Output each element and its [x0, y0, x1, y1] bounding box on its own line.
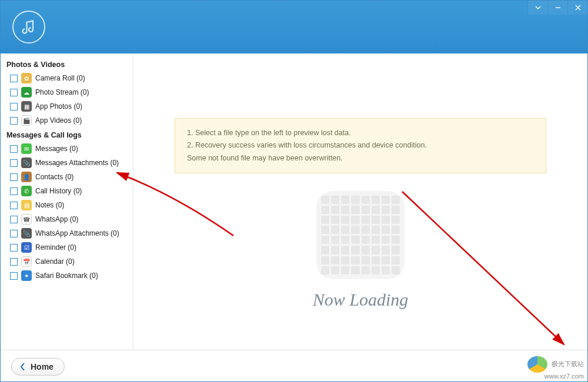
sidebar-item-label: Safari Bookmark (0) — [35, 272, 98, 280]
close-button[interactable] — [567, 1, 587, 15]
category-icon: 🎬 — [21, 115, 32, 126]
loading-grid-icon — [316, 191, 405, 279]
info-line: Some not found file may have been overwr… — [187, 152, 534, 165]
sidebar-item[interactable]: ☑Reminder (0) — [1, 240, 133, 254]
category-icon: ▤ — [21, 200, 32, 210]
sidebar-item-label: Messages Attachments (0) — [35, 159, 119, 167]
sidebar-item[interactable]: ☁Photo Stream (0) — [1, 85, 133, 99]
checkbox[interactable] — [10, 230, 18, 237]
watermark-logo-icon — [527, 356, 547, 373]
chevron-left-icon — [20, 363, 26, 371]
category-icon: ▦ — [21, 101, 32, 112]
sidebar-item[interactable]: ✆Call History (0) — [1, 184, 133, 198]
sidebar-item[interactable]: ✿Camera Roll (0) — [1, 71, 133, 85]
checkbox[interactable] — [10, 272, 18, 280]
sidebar-item[interactable]: ▦App Photos (0) — [1, 99, 133, 113]
sidebar-item-label: WhatsApp Attachments (0) — [35, 229, 119, 237]
sidebar-item[interactable]: ☎WhatsApp (0) — [1, 212, 133, 226]
checkbox[interactable] — [10, 173, 18, 181]
checkbox[interactable] — [10, 258, 18, 266]
sidebar-section-title: Photos & Videos — [1, 57, 133, 71]
minimize-button[interactable] — [547, 1, 567, 15]
category-icon: ☑ — [21, 242, 32, 253]
content-pane: 1. Select a file type on the left to pre… — [133, 53, 587, 350]
checkbox[interactable] — [10, 202, 18, 209]
checkbox[interactable] — [10, 75, 18, 82]
checkbox[interactable] — [10, 187, 18, 195]
music-note-icon — [21, 19, 37, 35]
category-icon: ✆ — [21, 186, 32, 196]
sidebar-item-label: App Photos (0) — [35, 102, 82, 110]
sidebar-item-label: Contacts (0) — [35, 173, 74, 181]
category-icon: ☎ — [21, 214, 32, 224]
checkbox[interactable] — [10, 159, 18, 167]
sidebar-item-label: WhatsApp (0) — [35, 215, 78, 223]
watermark-url: www.xz7.com — [544, 373, 584, 380]
footer: Home — [1, 350, 587, 382]
home-button-label: Home — [31, 362, 54, 371]
sidebar-item[interactable]: 🎬App Videos (0) — [1, 113, 133, 128]
watermark: 极光下载站 www.xz7.com — [527, 356, 584, 380]
sidebar-item-label: Calendar (0) — [35, 257, 75, 266]
sidebar-item[interactable]: ✦Safari Bookmark (0) — [1, 269, 133, 283]
loading-text: Now Loading — [151, 290, 570, 310]
category-icon: ✉ — [21, 143, 32, 154]
sidebar: Photos & Videos✿Camera Roll (0)☁Photo St… — [1, 53, 133, 350]
checkbox[interactable] — [10, 244, 18, 252]
loading-indicator: Now Loading — [151, 191, 570, 310]
category-icon: 📅 — [21, 256, 32, 267]
category-icon: ☁ — [21, 87, 32, 98]
category-icon: 📎 — [21, 228, 32, 239]
main-area: Photos & Videos✿Camera Roll (0)☁Photo St… — [1, 53, 587, 350]
home-button[interactable]: Home — [11, 358, 65, 376]
titlebar — [1, 1, 587, 53]
sidebar-item[interactable]: ▤Notes (0) — [1, 198, 133, 212]
sidebar-item-label: Notes (0) — [35, 201, 64, 209]
window-controls — [527, 1, 587, 15]
sidebar-item-label: Call History (0) — [35, 187, 82, 195]
sidebar-item-label: Messages (0) — [35, 145, 78, 153]
category-icon: 📎 — [21, 158, 32, 168]
info-line: 2. Recovery success varies with loss cir… — [187, 139, 534, 152]
sidebar-item[interactable]: 📅Calendar (0) — [1, 254, 133, 269]
category-icon: 👤 — [21, 172, 32, 182]
sidebar-item-label: Camera Roll (0) — [35, 74, 85, 82]
sidebar-item[interactable]: 📎WhatsApp Attachments (0) — [1, 226, 133, 240]
sidebar-item[interactable]: 👤Contacts (0) — [1, 170, 133, 184]
checkbox[interactable] — [10, 216, 18, 223]
sidebar-item[interactable]: ✉Messages (0) — [1, 142, 133, 156]
checkbox[interactable] — [10, 103, 18, 110]
sidebar-item[interactable]: 📎Messages Attachments (0) — [1, 156, 133, 170]
checkbox[interactable] — [10, 89, 18, 96]
sidebar-section-title: Messages & Call logs — [1, 128, 133, 142]
sidebar-item-label: Photo Stream (0) — [35, 88, 89, 96]
app-logo — [12, 11, 45, 43]
category-icon: ✿ — [21, 73, 32, 83]
checkbox[interactable] — [10, 117, 18, 125]
sidebar-item-label: App Videos (0) — [35, 116, 82, 125]
info-line: 1. Select a file type on the left to pre… — [187, 127, 534, 139]
sidebar-item-label: Reminder (0) — [35, 243, 76, 252]
category-icon: ✦ — [21, 270, 32, 281]
checkbox[interactable] — [10, 145, 18, 153]
info-box: 1. Select a file type on the left to pre… — [175, 118, 546, 173]
dropdown-button[interactable] — [527, 1, 547, 15]
watermark-name: 极光下载站 — [552, 360, 584, 367]
